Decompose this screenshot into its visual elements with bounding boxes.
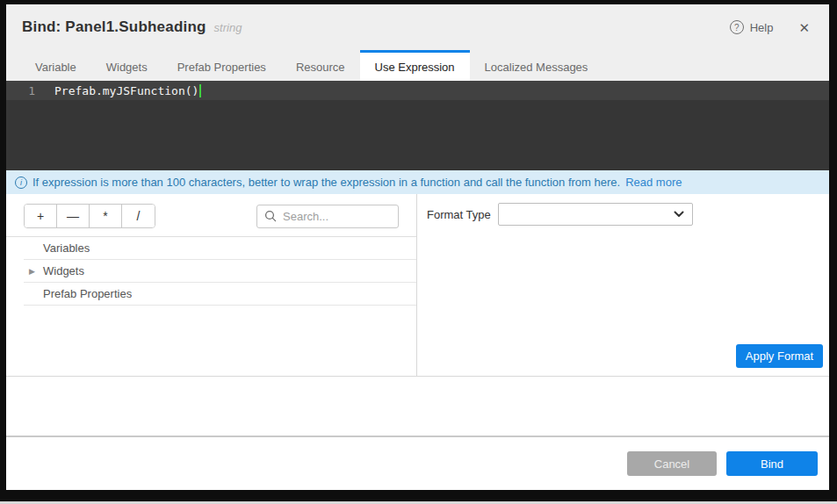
tab-variable[interactable]: Variable — [20, 50, 91, 81]
expand-arrow-icon[interactable]: ▶ — [29, 267, 35, 276]
minus-operator-button[interactable]: — — [57, 205, 90, 227]
tree-item-widgets[interactable]: ▶ Widgets — [24, 260, 416, 283]
tab-widgets[interactable]: Widgets — [91, 50, 162, 81]
search-icon — [264, 210, 277, 222]
read-more-link[interactable]: Read more — [625, 176, 682, 189]
chevron-down-icon — [674, 211, 684, 218]
dialog-header: Bind: Panel1.Subheading string ? Help ✕ — [6, 4, 829, 50]
plus-operator-button[interactable]: + — [25, 205, 57, 227]
dialog-footer: Cancel Bind — [6, 437, 829, 490]
tab-use-expression[interactable]: Use Expression — [360, 50, 470, 81]
tab-resource[interactable]: Resource — [281, 50, 360, 81]
question-circle-icon: ? — [730, 20, 744, 34]
operators-and-search-row: + — * / — [24, 204, 399, 228]
dialog-tabbar: Variable Widgets Prefab Properties Resou… — [6, 50, 829, 81]
dialog-title: Bind: Panel1.Subheading — [22, 18, 206, 36]
expression-code-editor[interactable]: 1 Prefab.myJSFunction() — [6, 81, 829, 170]
bind-button[interactable]: Bind — [726, 451, 818, 476]
format-type-row: Format Type — [427, 203, 829, 226]
tree-item-label: Prefab Properties — [43, 287, 132, 300]
header-actions: ? Help ✕ — [730, 20, 810, 34]
tree-item-label: Widgets — [43, 264, 84, 277]
search-box — [256, 205, 399, 228]
empty-area — [6, 377, 829, 436]
apply-format-button[interactable]: Apply Format — [736, 344, 823, 368]
format-panel: Format Type Apply Format — [417, 194, 829, 376]
tree-item-prefab-properties[interactable]: Prefab Properties — [24, 283, 416, 306]
divide-operator-button[interactable]: / — [122, 205, 155, 227]
close-icon[interactable]: ✕ — [798, 21, 810, 34]
line-number: 1 — [6, 84, 46, 97]
operator-button-group: + — * / — [24, 204, 155, 228]
dialog-content: + — * / Variables ▶ Widge — [6, 194, 829, 377]
help-label: Help — [750, 21, 774, 34]
cancel-button[interactable]: Cancel — [627, 451, 717, 476]
tree-item-variables[interactable]: Variables — [24, 237, 416, 260]
help-button[interactable]: ? Help — [730, 20, 774, 34]
tab-localized-messages[interactable]: Localized Messages — [470, 50, 603, 81]
search-input[interactable] — [283, 210, 391, 223]
bind-dialog: Bind: Panel1.Subheading string ? Help ✕ … — [6, 4, 829, 490]
binding-sources-panel: + — * / Variables ▶ Widge — [6, 194, 417, 376]
format-type-select[interactable] — [498, 203, 693, 226]
property-type-label: string — [214, 21, 242, 34]
tab-prefab-properties[interactable]: Prefab Properties — [162, 50, 281, 81]
info-text: If expression is more than 100 character… — [32, 176, 620, 189]
tree-item-label: Variables — [43, 241, 90, 255]
text-cursor — [199, 84, 201, 97]
format-type-label: Format Type — [427, 208, 498, 221]
expression-code: Prefab.myJSFunction() — [54, 84, 198, 97]
info-bar: i If expression is more than 100 charact… — [6, 170, 829, 194]
multiply-operator-button[interactable]: * — [90, 205, 122, 227]
editor-active-line[interactable]: 1 Prefab.myJSFunction() — [6, 81, 829, 100]
info-icon: i — [15, 176, 27, 189]
